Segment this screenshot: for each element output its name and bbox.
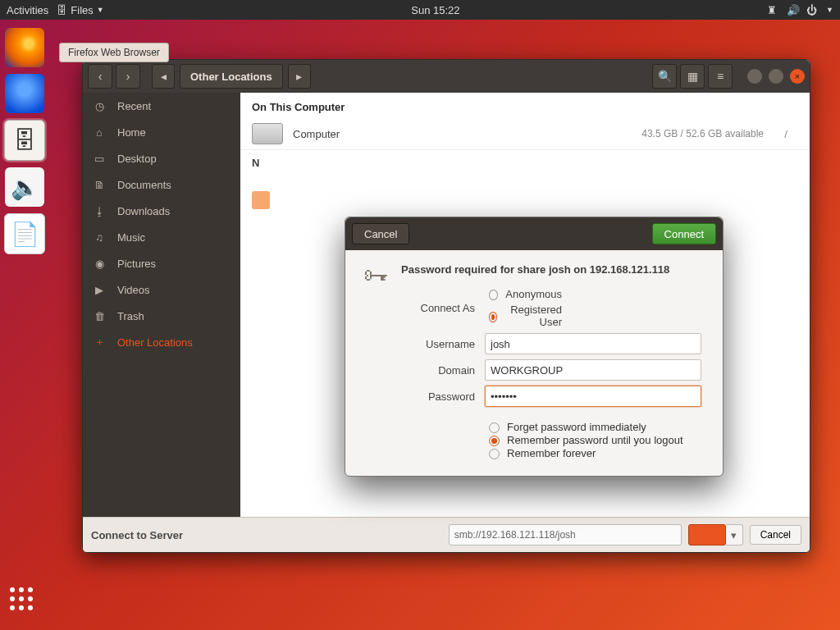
places-sidebar: ◷Recent ⌂Home ▭Desktop 🗎Documents ⭳Downl… (83, 93, 240, 518)
pictures-icon: ◉ (93, 258, 106, 270)
username-label: Username (398, 338, 475, 350)
back-button[interactable]: ‹ (88, 64, 112, 89)
recent-servers-button[interactable]: ▾ (726, 524, 743, 546)
sidebar-item-label: Recent (117, 100, 151, 112)
clock-icon: ◷ (93, 100, 106, 112)
sidebar-item-label: Videos (117, 284, 150, 296)
sidebar-item-other-locations[interactable]: ＋Other Locations (83, 329, 240, 355)
device-name: Computer (293, 128, 340, 140)
path-up-button[interactable]: ◂ (152, 64, 175, 89)
sidebar-item-label: Pictures (117, 258, 156, 270)
dialog-headerbar: Cancel Connect (345, 217, 723, 250)
password-dialog: Cancel Connect 🗝 Password required for s… (345, 217, 724, 477)
sidebar-item-home[interactable]: ⌂Home (83, 119, 240, 145)
downloads-icon: ⭳ (93, 205, 106, 217)
dock-files[interactable]: 🗄 (4, 120, 45, 161)
device-mountpoint: / (774, 128, 798, 140)
sidebar-item-music[interactable]: ♫Music (83, 224, 240, 250)
network-item-icon[interactable] (252, 191, 270, 209)
domain-label: Domain (398, 364, 475, 377)
power-icon[interactable]: ⏻ (806, 4, 818, 16)
hamburger-menu-button[interactable]: ≡ (708, 64, 733, 89)
network-icon[interactable]: ♜ (767, 4, 778, 16)
password-input[interactable] (485, 386, 701, 407)
app-menu-label: Files (71, 4, 93, 16)
home-icon: ⌂ (93, 126, 106, 139)
search-button[interactable]: 🔍 (652, 64, 677, 89)
dock-rhythmbox[interactable]: 🔈 (5, 167, 44, 207)
password-label: Password (398, 390, 475, 403)
volume-icon[interactable]: 🔊 (787, 4, 798, 16)
radio-forget-immediately[interactable]: Forget password immediately (485, 420, 706, 433)
dock-firefox[interactable] (5, 28, 44, 67)
sidebar-item-label: Music (117, 231, 145, 244)
window-maximize-button[interactable] (769, 69, 783, 84)
harddisk-icon (252, 123, 283, 144)
activities-button[interactable]: Activities (7, 4, 48, 16)
device-row-computer[interactable]: Computer 43.5 GB / 52.6 GB available / (240, 118, 810, 150)
sidebar-item-trash[interactable]: 🗑Trash (83, 303, 240, 329)
radio-remember-until-logout[interactable]: Remember password until you logout (485, 433, 706, 446)
sidebar-item-label: Trash (117, 310, 144, 322)
radio-label: Remember forever (507, 447, 596, 459)
device-stats: 43.5 GB / 52.6 GB available (349, 128, 764, 139)
view-toggle-button[interactable]: ▦ (680, 64, 705, 89)
radio-label: Forget password immediately (507, 421, 646, 433)
dock-libreoffice-writer[interactable]: 📄 (4, 213, 45, 254)
connect-label: Connect to Server (91, 529, 183, 541)
videos-icon: ▶ (93, 284, 106, 296)
gnome-top-bar: Activities 🗄 Files ▼ Sun 15:22 ♜ 🔊 ⏻ ▼ (0, 0, 840, 20)
app-menu[interactable]: 🗄 Files ▼ (57, 4, 103, 16)
keys-icon: 🗝 (363, 262, 388, 290)
show-applications-button[interactable] (10, 587, 39, 617)
sidebar-item-label: Desktop (117, 153, 157, 165)
window-close-button[interactable]: × (790, 69, 805, 84)
dock-thunderbird[interactable] (5, 74, 44, 113)
connect-go-button[interactable] (688, 524, 726, 546)
connect-to-server-bar: Connect to Server ▾ Cancel (83, 517, 810, 552)
sidebar-item-label: Home (117, 126, 146, 139)
group-header-on-this-computer: On This Computer (240, 93, 810, 118)
dialog-cancel-button[interactable]: Cancel (352, 223, 409, 244)
plus-icon: ＋ (93, 335, 106, 349)
server-address-input[interactable] (449, 524, 682, 546)
radio-remember-forever[interactable]: Remember forever (485, 446, 706, 459)
path-segment[interactable]: Other Locations (180, 64, 283, 89)
radio-label: Registered User (504, 304, 562, 328)
window-minimize-button[interactable] (747, 69, 762, 84)
radio-label: Remember password until you logout (507, 434, 683, 446)
chevron-down-icon[interactable]: ▼ (826, 6, 833, 14)
sidebar-item-label: Documents (117, 179, 171, 191)
sidebar-item-documents[interactable]: 🗎Documents (83, 171, 240, 198)
username-input[interactable] (485, 333, 701, 354)
clock[interactable]: Sun 15:22 (104, 4, 767, 16)
group-header-networks: N (240, 150, 810, 172)
sidebar-item-label: Downloads (117, 205, 170, 217)
sidebar-item-label: Other Locations (117, 336, 193, 349)
domain-input[interactable] (485, 359, 701, 381)
sidebar-item-videos[interactable]: ▶Videos (83, 276, 240, 303)
sidebar-item-downloads[interactable]: ⭳Downloads (83, 198, 240, 224)
files-icon: 🗄 (57, 4, 67, 16)
sidebar-item-pictures[interactable]: ◉Pictures (83, 250, 240, 276)
desktop-icon: ▭ (93, 153, 106, 165)
radio-registered-user[interactable]: Registered User (485, 304, 562, 328)
path-next-button[interactable]: ▸ (288, 64, 311, 89)
connect-cancel-button[interactable]: Cancel (750, 525, 801, 545)
radio-label: Anonymous (505, 288, 562, 300)
radio-anonymous[interactable]: Anonymous (485, 287, 562, 300)
dialog-connect-button[interactable]: Connect (652, 223, 716, 244)
connect-as-label: Connect As (398, 302, 475, 314)
dialog-title: Password required for share josh on 192.… (401, 263, 706, 276)
music-icon: ♫ (93, 231, 106, 244)
chevron-down-icon: ▼ (97, 6, 104, 14)
dock-tooltip: Firefox Web Browser (59, 43, 169, 62)
trash-icon: 🗑 (93, 310, 106, 322)
forward-button[interactable]: › (116, 64, 140, 89)
window-headerbar: ‹ › ◂ Other Locations ▸ 🔍 ▦ ≡ × (83, 60, 810, 93)
sidebar-item-desktop[interactable]: ▭Desktop (83, 145, 240, 171)
sidebar-item-recent[interactable]: ◷Recent (83, 93, 240, 119)
documents-icon: 🗎 (93, 179, 106, 191)
launcher-dock: 🗄 🔈 📄 (0, 20, 49, 630)
